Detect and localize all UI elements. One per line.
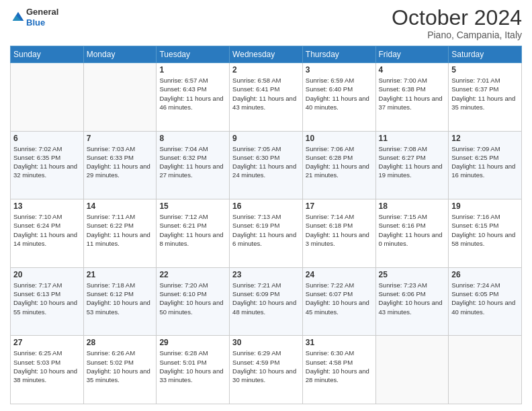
table-row: 8Sunrise: 7:04 AMSunset: 6:32 PMDaylight… xyxy=(157,131,230,199)
table-row: 17Sunrise: 7:14 AMSunset: 6:18 PMDayligh… xyxy=(302,199,375,268)
day-info: Sunrise: 7:20 AMSunset: 6:10 PMDaylight:… xyxy=(159,281,226,316)
logo: General Blue xyxy=(10,7,58,28)
day-info: Sunrise: 7:24 AMSunset: 6:05 PMDaylight:… xyxy=(451,281,519,316)
table-row xyxy=(449,336,522,404)
day-info: Sunrise: 6:57 AMSunset: 6:43 PMDaylight:… xyxy=(159,76,226,111)
table-row: 12Sunrise: 7:09 AMSunset: 6:25 PMDayligh… xyxy=(449,131,522,199)
table-row: 31Sunrise: 6:30 AMSunset: 4:58 PMDayligh… xyxy=(302,336,375,404)
day-info: Sunrise: 7:08 AMSunset: 6:27 PMDaylight:… xyxy=(379,144,446,180)
day-info: Sunrise: 7:03 AMSunset: 6:33 PMDaylight:… xyxy=(87,144,154,180)
day-info: Sunrise: 7:17 AMSunset: 6:13 PMDaylight:… xyxy=(13,281,81,316)
day-info: Sunrise: 7:11 AMSunset: 6:22 PMDaylight:… xyxy=(87,212,154,248)
day-info: Sunrise: 7:18 AMSunset: 6:12 PMDaylight:… xyxy=(87,281,154,316)
day-number: 24 xyxy=(306,270,373,279)
day-info: Sunrise: 6:29 AMSunset: 4:59 PMDaylight:… xyxy=(232,349,300,384)
day-number: 12 xyxy=(451,134,519,143)
calendar-week-1: 1Sunrise: 6:57 AMSunset: 6:43 PMDaylight… xyxy=(11,63,522,132)
logo-general-text: General xyxy=(26,7,58,17)
day-info: Sunrise: 7:16 AMSunset: 6:15 PMDaylight:… xyxy=(451,212,519,248)
header-saturday: Saturday xyxy=(449,46,522,63)
day-info: Sunrise: 7:12 AMSunset: 6:21 PMDaylight:… xyxy=(159,212,226,248)
day-number: 30 xyxy=(232,338,300,347)
table-row: 3Sunrise: 6:59 AMSunset: 6:40 PMDaylight… xyxy=(302,63,375,132)
day-number: 22 xyxy=(159,270,226,279)
day-number: 7 xyxy=(87,134,154,143)
logo-icon xyxy=(11,11,25,24)
day-number: 16 xyxy=(232,201,300,211)
table-row: 22Sunrise: 7:20 AMSunset: 6:10 PMDayligh… xyxy=(157,267,230,336)
day-info: Sunrise: 7:23 AMSunset: 6:06 PMDaylight:… xyxy=(379,281,446,316)
table-row: 10Sunrise: 7:06 AMSunset: 6:28 PMDayligh… xyxy=(302,131,375,199)
table-row: 20Sunrise: 7:17 AMSunset: 6:13 PMDayligh… xyxy=(11,267,84,336)
day-info: Sunrise: 7:02 AMSunset: 6:35 PMDaylight:… xyxy=(13,144,81,180)
day-number: 29 xyxy=(159,338,226,347)
table-row: 24Sunrise: 7:22 AMSunset: 6:07 PMDayligh… xyxy=(302,267,375,336)
day-info: Sunrise: 7:06 AMSunset: 6:28 PMDaylight:… xyxy=(306,144,373,180)
header-wednesday: Wednesday xyxy=(230,46,303,63)
day-info: Sunrise: 6:26 AMSunset: 5:02 PMDaylight:… xyxy=(87,349,154,384)
day-number: 26 xyxy=(451,270,519,279)
day-number: 19 xyxy=(451,201,519,211)
day-number: 8 xyxy=(159,134,226,143)
day-number: 15 xyxy=(159,201,226,211)
location: Piano, Campania, Italy xyxy=(392,30,522,40)
day-number: 13 xyxy=(13,201,81,211)
table-row: 9Sunrise: 7:05 AMSunset: 6:30 PMDaylight… xyxy=(230,131,303,199)
table-row: 27Sunrise: 6:25 AMSunset: 5:03 PMDayligh… xyxy=(11,336,84,404)
day-number: 28 xyxy=(87,338,154,347)
day-number: 17 xyxy=(306,201,373,211)
day-number: 23 xyxy=(232,270,300,279)
day-info: Sunrise: 6:58 AMSunset: 6:41 PMDaylight:… xyxy=(232,76,300,111)
table-row: 1Sunrise: 6:57 AMSunset: 6:43 PMDaylight… xyxy=(157,63,230,132)
table-row: 16Sunrise: 7:13 AMSunset: 6:19 PMDayligh… xyxy=(230,199,303,268)
header: General Blue October 2024 Piano, Campani… xyxy=(10,7,522,40)
table-row: 26Sunrise: 7:24 AMSunset: 6:05 PMDayligh… xyxy=(449,267,522,336)
logo-text: General Blue xyxy=(26,7,58,28)
page: General Blue October 2024 Piano, Campani… xyxy=(0,0,532,411)
day-info: Sunrise: 7:00 AMSunset: 6:38 PMDaylight:… xyxy=(379,76,446,111)
day-info: Sunrise: 6:59 AMSunset: 6:40 PMDaylight:… xyxy=(306,76,373,111)
day-number: 4 xyxy=(379,65,446,75)
month-title: October 2024 xyxy=(392,7,522,28)
table-row: 19Sunrise: 7:16 AMSunset: 6:15 PMDayligh… xyxy=(449,199,522,268)
table-row: 23Sunrise: 7:21 AMSunset: 6:09 PMDayligh… xyxy=(230,267,303,336)
day-info: Sunrise: 6:30 AMSunset: 4:58 PMDaylight:… xyxy=(306,349,373,384)
logo-blue-text: Blue xyxy=(26,17,45,28)
day-info: Sunrise: 7:21 AMSunset: 6:09 PMDaylight:… xyxy=(232,281,300,316)
day-info: Sunrise: 7:14 AMSunset: 6:18 PMDaylight:… xyxy=(306,212,373,248)
day-info: Sunrise: 7:01 AMSunset: 6:37 PMDaylight:… xyxy=(451,76,519,111)
day-info: Sunrise: 7:15 AMSunset: 6:16 PMDaylight:… xyxy=(379,212,446,248)
calendar-week-3: 13Sunrise: 7:10 AMSunset: 6:24 PMDayligh… xyxy=(11,199,522,268)
table-row: 5Sunrise: 7:01 AMSunset: 6:37 PMDaylight… xyxy=(449,63,522,132)
table-row: 6Sunrise: 7:02 AMSunset: 6:35 PMDaylight… xyxy=(11,131,84,199)
day-number: 2 xyxy=(232,65,300,75)
day-number: 5 xyxy=(451,65,519,75)
calendar-week-4: 20Sunrise: 7:17 AMSunset: 6:13 PMDayligh… xyxy=(11,267,522,336)
table-row: 4Sunrise: 7:00 AMSunset: 6:38 PMDaylight… xyxy=(375,63,449,132)
day-number: 3 xyxy=(306,65,373,75)
header-monday: Monday xyxy=(83,46,157,63)
day-number: 25 xyxy=(379,270,446,279)
day-number: 6 xyxy=(13,134,81,143)
calendar-week-5: 27Sunrise: 6:25 AMSunset: 5:03 PMDayligh… xyxy=(11,336,522,404)
header-sunday: Sunday xyxy=(11,46,84,63)
table-row: 30Sunrise: 6:29 AMSunset: 4:59 PMDayligh… xyxy=(230,336,303,404)
day-number: 11 xyxy=(379,134,446,143)
header-friday: Friday xyxy=(375,46,449,63)
day-info: Sunrise: 6:28 AMSunset: 5:01 PMDaylight:… xyxy=(159,349,226,384)
table-row xyxy=(11,63,84,132)
day-info: Sunrise: 7:04 AMSunset: 6:32 PMDaylight:… xyxy=(159,144,226,180)
day-info: Sunrise: 6:25 AMSunset: 5:03 PMDaylight:… xyxy=(13,349,81,384)
day-info: Sunrise: 7:22 AMSunset: 6:07 PMDaylight:… xyxy=(306,281,373,316)
header-tuesday: Tuesday xyxy=(157,46,230,63)
day-info: Sunrise: 7:13 AMSunset: 6:19 PMDaylight:… xyxy=(232,212,300,248)
table-row: 14Sunrise: 7:11 AMSunset: 6:22 PMDayligh… xyxy=(83,199,157,268)
day-number: 20 xyxy=(13,270,81,279)
table-row: 21Sunrise: 7:18 AMSunset: 6:12 PMDayligh… xyxy=(83,267,157,336)
table-row xyxy=(83,63,157,132)
day-number: 10 xyxy=(306,134,373,143)
day-number: 21 xyxy=(87,270,154,279)
day-info: Sunrise: 7:10 AMSunset: 6:24 PMDaylight:… xyxy=(13,212,81,248)
day-number: 14 xyxy=(87,201,154,211)
calendar-header-row: Sunday Monday Tuesday Wednesday Thursday… xyxy=(11,46,522,63)
